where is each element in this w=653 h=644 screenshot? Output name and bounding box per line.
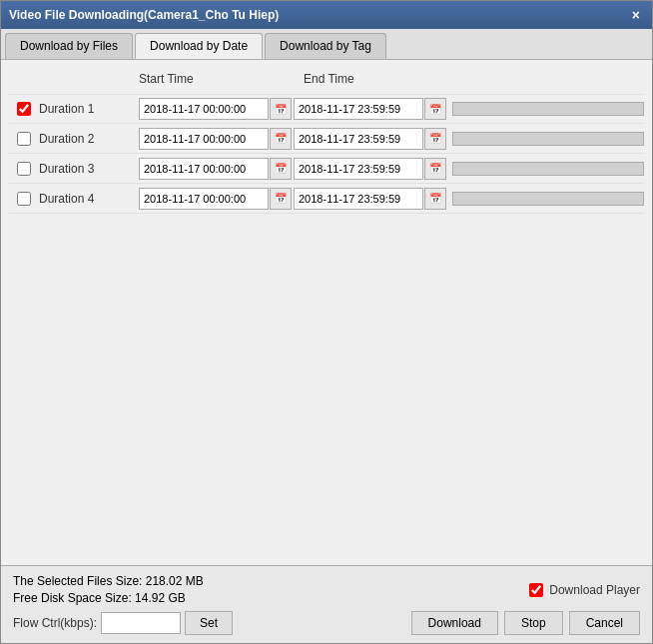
duration-name-duration4: Duration 4 — [39, 192, 139, 206]
end-calendar-btn-duration4[interactable]: 📅 — [424, 188, 446, 210]
end-time-input-duration1[interactable] — [294, 98, 423, 120]
progress-bar-container-duration2 — [452, 132, 644, 146]
row-checkbox-duration4[interactable] — [17, 192, 31, 206]
bottom-info: The Selected Files Size: 218.02 MB Free … — [13, 574, 640, 605]
tab-bar: Download by Files Download by Date Downl… — [1, 29, 652, 60]
download-player-label: Download Player — [549, 583, 640, 597]
start-calendar-btn-duration1[interactable]: 📅 — [270, 98, 292, 120]
free-disk-line: Free Disk Space Size: 14.92 GB — [13, 591, 204, 605]
end-calendar-btn-duration1[interactable]: 📅 — [424, 98, 446, 120]
tab-download-by-files[interactable]: Download by Files — [5, 33, 133, 59]
table-header: Start Time End Time — [9, 68, 644, 90]
start-time-input-duration3[interactable] — [139, 158, 269, 180]
table-row: Duration 1 📅 📅 — [9, 94, 644, 124]
end-time-input-duration3[interactable] — [294, 158, 423, 180]
end-time-field-duration1: 📅 — [294, 98, 448, 120]
duration-rows: Duration 1 📅 📅 Duration 2 📅 — [9, 94, 644, 214]
selected-files-line: The Selected Files Size: 218.02 MB — [13, 574, 204, 588]
row-checkbox-duration2[interactable] — [17, 132, 31, 146]
start-time-input-duration4[interactable] — [139, 188, 269, 210]
end-time-field-duration3: 📅 — [294, 158, 448, 180]
file-info: The Selected Files Size: 218.02 MB Free … — [13, 574, 204, 605]
start-time-input-duration1[interactable] — [139, 98, 269, 120]
end-calendar-btn-duration3[interactable]: 📅 — [424, 158, 446, 180]
table-row: Duration 2 📅 📅 — [9, 124, 644, 154]
download-button[interactable]: Download — [411, 611, 498, 635]
duration-name-duration3: Duration 3 — [39, 162, 139, 176]
end-time-input-duration4[interactable] — [294, 188, 423, 210]
end-time-input-duration2[interactable] — [294, 128, 423, 150]
start-time-field-duration4: 📅 — [139, 188, 294, 210]
bottom-panel: The Selected Files Size: 218.02 MB Free … — [1, 565, 652, 643]
progress-bar-container-duration4 — [452, 192, 644, 206]
progress-bar-container-duration3 — [452, 162, 644, 176]
end-time-field-duration2: 📅 — [294, 128, 448, 150]
table-row: Duration 3 📅 📅 — [9, 154, 644, 184]
progress-bar-container-duration1 — [452, 102, 644, 116]
close-button[interactable]: × — [628, 7, 644, 23]
row-checkbox-duration1[interactable] — [17, 102, 31, 116]
start-time-input-duration2[interactable] — [139, 128, 269, 150]
start-time-field-duration1: 📅 — [139, 98, 294, 120]
bottom-controls: Flow Ctrl(kbps): Set Download Stop Cance… — [13, 611, 640, 635]
flow-ctrl-label: Flow Ctrl(kbps): — [13, 616, 97, 630]
download-player-option: Download Player — [529, 583, 640, 597]
start-calendar-btn-duration3[interactable]: 📅 — [270, 158, 292, 180]
start-calendar-btn-duration4[interactable]: 📅 — [270, 188, 292, 210]
checkbox-wrapper — [9, 192, 39, 206]
row-checkbox-duration3[interactable] — [17, 162, 31, 176]
cancel-button[interactable]: Cancel — [569, 611, 640, 635]
stop-button[interactable]: Stop — [504, 611, 563, 635]
start-time-field-duration3: 📅 — [139, 158, 294, 180]
checkbox-wrapper — [9, 132, 39, 146]
col-start-label: Start Time — [139, 72, 194, 86]
set-button[interactable]: Set — [185, 611, 233, 635]
title-bar: Video File Downloading(Camera1_Cho Tu Hi… — [1, 1, 652, 29]
download-player-checkbox[interactable] — [529, 583, 543, 597]
duration-name-duration1: Duration 1 — [39, 102, 139, 116]
tab-download-by-tag[interactable]: Download by Tag — [265, 33, 386, 59]
end-time-field-duration4: 📅 — [294, 188, 448, 210]
end-calendar-btn-duration2[interactable]: 📅 — [424, 128, 446, 150]
window-title: Video File Downloading(Camera1_Cho Tu Hi… — [9, 8, 279, 22]
checkbox-wrapper — [9, 102, 39, 116]
duration-name-duration2: Duration 2 — [39, 132, 139, 146]
table-row: Duration 4 📅 📅 — [9, 184, 644, 214]
flow-ctrl-input[interactable] — [101, 612, 181, 634]
main-window: Video File Downloading(Camera1_Cho Tu Hi… — [0, 0, 653, 644]
checkbox-wrapper — [9, 162, 39, 176]
start-time-field-duration2: 📅 — [139, 128, 294, 150]
content-area: Start Time End Time Duration 1 📅 📅 — [1, 60, 652, 565]
start-calendar-btn-duration2[interactable]: 📅 — [270, 128, 292, 150]
col-end-label: End Time — [304, 72, 354, 86]
tab-download-by-date[interactable]: Download by Date — [135, 33, 263, 59]
